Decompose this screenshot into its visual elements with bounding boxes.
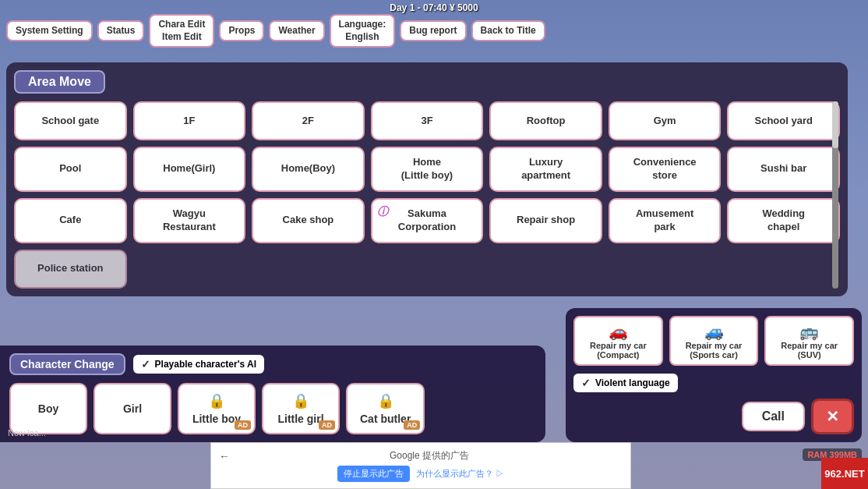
ai-checkbox-area[interactable]: ✓ Playable character's AI <box>133 355 264 374</box>
area-pool[interactable]: Pool <box>14 147 127 192</box>
area-move-panel: Area Move School gate 1F 2F 3F Rooftop G… <box>6 62 848 296</box>
char-cat-butler-button[interactable]: 🔒 Cat butler AD <box>346 383 425 434</box>
char-little-boy-button[interactable]: 🔒 Little boy AD <box>178 383 256 434</box>
ad-why-button[interactable]: 为什么显示此广告？ ▷ <box>416 466 504 482</box>
status-button[interactable]: Status <box>97 20 145 42</box>
toolbar: System Setting Status Chara Edit Item Ed… <box>0 14 868 48</box>
weather-button[interactable]: Weather <box>269 20 324 42</box>
repair-compact-button[interactable]: 🚗 Repair my car(Compact) <box>573 316 663 366</box>
character-buttons: Boy Girl 🔒 Little boy AD 🔒 Little girl A… <box>9 383 536 434</box>
area-police-station[interactable]: Police station <box>14 250 127 289</box>
chara-item-edit-button[interactable]: Chara Edit Item Edit <box>149 14 214 48</box>
bottom-action-row: Call ✕ <box>573 399 854 434</box>
ad-buttons: 停止显示此广告 为什么显示此广告？ ▷ <box>337 466 504 482</box>
ad-badge: AD <box>235 420 251 430</box>
character-change-panel: Character Change ✓ Playable character's … <box>0 345 545 442</box>
ad-stop-button[interactable]: 停止显示此广告 <box>337 466 410 482</box>
area-luxury-apartment[interactable]: Luxuryapartment <box>489 147 602 192</box>
area-cake-shop[interactable]: Cake shop <box>252 198 365 243</box>
repair-suv-button[interactable]: 🚌 Repair my car(SUV) <box>764 316 854 366</box>
props-button[interactable]: Props <box>219 20 264 42</box>
violent-check-icon: ✓ <box>581 377 591 389</box>
area-repair-shop[interactable]: Repair shop <box>489 198 602 243</box>
area-home-little-boy[interactable]: Home(Little boy) <box>371 147 484 192</box>
now-loading: Now loa... <box>8 428 46 438</box>
area-3f[interactable]: 3F <box>371 101 484 140</box>
ad-back-arrow[interactable]: ← <box>219 450 230 462</box>
scrollbar-thumb[interactable] <box>832 101 838 148</box>
call-button[interactable]: Call <box>742 402 805 431</box>
area-sakuma-corporation[interactable]: ⓘ SakumaCorporation <box>371 198 484 243</box>
violent-language-label: Violent language <box>595 377 670 388</box>
lock-icon-girl: 🔒 <box>276 392 326 409</box>
ai-label: Playable character's AI <box>155 359 256 370</box>
close-button[interactable]: ✕ <box>811 399 854 434</box>
area-gym[interactable]: Gym <box>609 101 722 140</box>
char-little-girl-button[interactable]: 🔒 Little girl AD <box>262 383 340 434</box>
area-2f[interactable]: 2F <box>252 101 365 140</box>
lock-icon-cat: 🔒 <box>360 392 411 409</box>
area-cafe[interactable]: Cafe <box>14 198 127 243</box>
character-change-title: Character Change <box>9 353 125 375</box>
status-text: Day 1 - 07:40 ¥ 5000 <box>390 2 478 13</box>
area-amusement-park[interactable]: Amusementpark <box>609 198 722 243</box>
back-to-title-button[interactable]: Back to Title <box>471 20 545 42</box>
repair-sports-button[interactable]: 🚙 Repair my car(Sports car) <box>669 316 759 366</box>
status-bar: Day 1 - 07:40 ¥ 5000 <box>0 0 868 16</box>
language-button[interactable]: Language:English <box>330 14 396 48</box>
system-setting-button[interactable]: System Setting <box>6 20 93 42</box>
check-icon: ✓ <box>141 358 150 370</box>
ad-label: Google 提供的广告 <box>236 449 623 462</box>
area-home-girl[interactable]: Home(Girl) <box>133 147 246 192</box>
ad-banner: ← Google 提供的广告 停止显示此广告 为什么显示此广告？ ▷ <box>210 442 631 489</box>
area-grid: School gate 1F 2F 3F Rooftop Gym School … <box>14 101 840 289</box>
info-icon: ⓘ <box>377 204 388 218</box>
area-school-gate[interactable]: School gate <box>14 101 127 140</box>
ad-header: ← Google 提供的广告 <box>211 449 630 462</box>
repair-buttons: 🚗 Repair my car(Compact) 🚙 Repair my car… <box>573 316 854 366</box>
violent-language-checkbox[interactable]: ✓ Violent language <box>573 374 678 392</box>
area-home-boy[interactable]: Home(Boy) <box>252 147 365 192</box>
ad-badge-girl: AD <box>319 420 335 430</box>
right-actions-panel: 🚗 Repair my car(Compact) 🚙 Repair my car… <box>566 308 862 442</box>
sports-car-icon: 🚙 <box>677 322 751 341</box>
character-change-header: Character Change ✓ Playable character's … <box>9 353 536 375</box>
compact-car-icon: 🚗 <box>581 322 655 341</box>
char-boy-button[interactable]: Boy <box>9 383 87 434</box>
area-school-yard[interactable]: School yard <box>727 101 840 140</box>
area-convenience-store[interactable]: Conveniencestore <box>609 147 722 192</box>
area-wedding-chapel[interactable]: Weddingchapel <box>727 198 840 243</box>
bug-report-button[interactable]: Bug report <box>400 20 466 42</box>
area-move-title: Area Move <box>14 70 105 94</box>
area-1f[interactable]: 1F <box>133 101 246 140</box>
violent-language-row: ✓ Violent language <box>573 374 854 392</box>
area-sushi-bar[interactable]: Sushi bar <box>727 147 840 192</box>
area-rooftop[interactable]: Rooftop <box>489 101 602 140</box>
suv-car-icon: 🚌 <box>772 322 846 341</box>
watermark: 962.NET <box>821 458 868 489</box>
ad-badge-cat: AD <box>404 420 420 430</box>
lock-icon: 🔒 <box>192 392 242 409</box>
char-girl-button[interactable]: Girl <box>94 383 171 434</box>
area-wagyu-restaurant[interactable]: WagyuRestaurant <box>133 198 246 243</box>
